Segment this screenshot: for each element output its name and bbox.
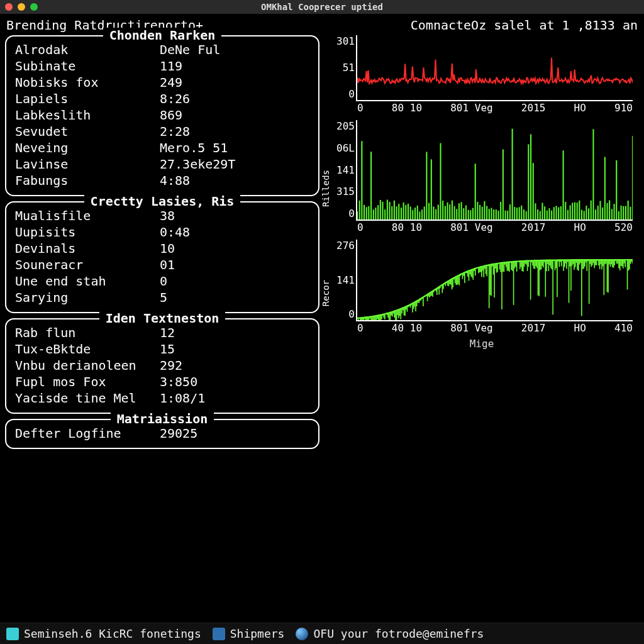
y-tick: 315 [327,186,355,197]
stat-label: Rab flun [15,325,160,341]
panel-1: Crectty Lasies, RisMualisfile38Uupisits0… [5,201,319,313]
stat-row: Defter Logfine29025 [15,425,309,441]
stat-row: Fupl mos Fox3:850 [15,374,309,390]
x-axis-label: Mige [325,338,639,350]
y-tick: 0 [327,208,355,219]
y-tick: 141 [327,274,355,286]
stat-value: 2:28 [160,123,190,140]
stat-label: Fabungs [15,172,160,189]
stat-row: Vnbu derianoleen292 [15,357,309,374]
stat-label: Vnbu derianoleen [15,357,160,374]
stat-value: 27.3eke29T [160,156,235,172]
x-tick: HO [574,322,586,334]
stat-value: 38 [160,208,175,224]
stat-value: 249 [160,74,182,91]
stat-row: Mualisfile38 [15,208,309,224]
stat-row: Sevudet2:28 [15,123,309,140]
stat-value: 29025 [160,425,197,441]
x-tick: 2017 [521,221,546,233]
x-tick: 801 Veg [450,102,492,114]
y-tick: 0 [327,308,355,320]
chart-0: 301510080 10801 Veg2015HO910 [356,35,633,101]
stat-row: Lavinse27.3eke29T [15,156,309,172]
panel-2: Iden TextnestonRab flun12Tux-eBktde15 Vn… [5,318,319,414]
stat-label: Neveing [15,140,160,156]
y-tick: 276 [327,240,355,252]
stat-value: 4:88 [160,172,190,189]
stat-row: Devinals10 [15,240,309,257]
stat-label: Mualisfile [15,208,160,224]
charts-column: 301510080 10801 Veg2015HO91020506L141315… [325,35,639,449]
globe-icon [296,628,308,640]
y-tick: 51 [327,62,355,74]
x-tick: 801 Veg [450,322,492,334]
window-title: OMKhal Cooprecer uptied [0,2,644,12]
chart-2: 2761410Recor040 10801 Veg2017HO410 [356,240,633,321]
stat-value: Mero.5 51 [160,140,228,156]
y-axis-label: Recor [321,280,331,306]
taskbar-item[interactable]: Shipmers [213,627,285,640]
stat-row: Yacisde tine Mel1:08/1 [15,390,309,406]
y-tick: 301 [327,35,355,47]
x-tick: 0 [357,322,364,334]
y-tick: 141 [327,164,355,176]
stat-row: Labkeslith869 [15,107,309,123]
stat-value: 8:26 [160,91,190,107]
x-tick: 410 [614,322,633,334]
stat-row: Une end stah0 [15,273,309,289]
y-tick: 0 [327,88,355,100]
stat-row: Lapiels8:26 [15,91,309,107]
taskbar-label: Seminseh.6 KicRC fonetings [24,627,201,640]
stat-value: 5 [160,289,167,306]
taskbar-item[interactable]: OFU your fotrode@eminefrs [296,627,484,640]
x-tick: 0 [357,102,364,114]
stat-row: AlrodakDeNe Ful [15,42,309,58]
ship-icon [213,628,225,640]
stat-label: Une end stah [15,273,160,289]
titlebar: OMKhal Cooprecer uptied [0,0,644,14]
x-tick: 2015 [521,102,546,114]
stat-row: Sarying5 [15,289,309,306]
y-tick: 06L [327,142,355,154]
stat-value: 1:08/1 [160,390,205,406]
stat-value: 10 [160,240,175,257]
x-tick: 40 10 [392,322,422,334]
stat-label: Devinals [15,240,160,257]
taskbar-item[interactable]: Seminseh.6 KicRC fonetings [6,627,201,640]
header: Brending Ratdructirenorto+ ComnacteOz sa… [0,14,644,35]
stat-row: Uupisits0:48 [15,224,309,240]
y-axis-label: Rilleds [321,170,331,207]
stats-column: Chonden RarkenAlrodakDeNe FulSubinate119… [5,35,319,449]
panel-3: MatriaissionDefter Logfine29025 [5,419,319,449]
stat-value: 119 [160,58,182,74]
x-tick: 80 10 [392,221,422,233]
stat-label: Subinate [15,58,160,74]
stat-row: Fabungs4:88 [15,172,309,189]
stat-label: Yacisde tine Mel [15,390,160,406]
header-left: Brending Ratdructirenorto+ [6,18,203,33]
stat-row: Subinate119 [15,58,309,74]
stat-value: 3:850 [160,374,197,390]
stat-label: Labkeslith [15,107,160,123]
stat-label: Fupl mos Fox [15,374,160,390]
stat-row: Rab flun12 [15,325,309,341]
stat-row: NeveingMero.5 51 [15,140,309,156]
chart-1: 20506L1413150Rilleds080 10801 Veg2017HO5… [356,120,633,221]
stat-value: 01 [160,257,175,273]
stat-label: Sarying [15,289,160,306]
stat-label: Uupisits [15,224,160,240]
stat-row: Souneracr01 [15,257,309,273]
stat-value: 292 [160,357,182,374]
x-tick: HO [574,102,586,114]
stat-value: 0 [160,273,167,289]
taskbar[interactable]: Seminseh.6 KicRC fonetingsShipmersOFU yo… [0,623,644,644]
stat-row: Tux-eBktde15 [15,341,309,357]
stat-value: 869 [160,107,182,123]
app-icon [6,628,19,640]
taskbar-label: Shipmers [230,627,285,640]
x-tick: 2017 [521,322,546,334]
panel-0: Chonden RarkenAlrodakDeNe FulSubinate119… [5,35,319,196]
x-tick: 801 Veg [450,221,492,233]
stat-label: Lavinse [15,156,160,172]
stat-value: DeNe Ful [160,42,220,58]
